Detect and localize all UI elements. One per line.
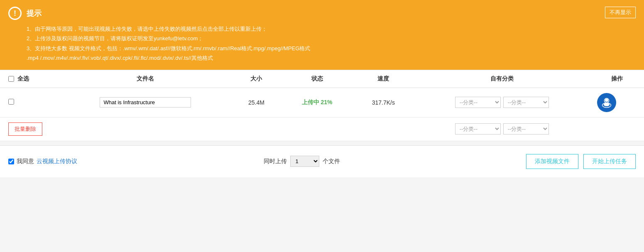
empty-cells [232, 117, 414, 141]
notice-line-4: .mp4 /.mov/.m4v/.mkv/.flv/.vob/.qt/.divx… [27, 53, 636, 63]
column-category: 自有分类 [413, 70, 590, 88]
footer-bar: 我同意 云视频上传协议 同时上传 1 个文件 添加视频文件 开始上传任务 [0, 145, 644, 177]
batch-delete-cell: 批量删除 [0, 117, 232, 141]
main-content: 全选 文件名 大小 状态 速度 自有分类 操作 25.4M [0, 70, 644, 141]
column-size: 大小 [232, 70, 281, 88]
agree-text: 我同意 [17, 158, 34, 165]
empty-row: 批量删除 --分类-- --分类-- [0, 117, 644, 141]
dismiss-button[interactable]: 不再显示 [605, 7, 636, 18]
table-row: 25.4M 上传中 21% 317.7K/s --分类-- --分类-- [0, 88, 644, 117]
notice-title: 提示 [27, 8, 42, 18]
concurrent-label: 同时上传 [264, 158, 287, 165]
upload-table: 全选 文件名 大小 状态 速度 自有分类 操作 25.4M [0, 70, 644, 141]
per-file-label: 个文件 [323, 158, 340, 165]
empty-row-category-cell: --分类-- --分类-- [413, 117, 590, 141]
category-select-1[interactable]: --分类-- [455, 97, 501, 108]
column-filename: 文件名 [59, 70, 232, 88]
row-filename-cell [59, 88, 232, 117]
category-select-2[interactable]: --分类-- [503, 97, 549, 108]
row-speed-cell: 317.7K/s [353, 88, 413, 117]
agreement-link[interactable]: 云视频上传协议 [37, 158, 77, 165]
select-all-label: 全选 [17, 75, 29, 83]
footer-right: 添加视频文件 开始上传任务 [526, 154, 636, 169]
agree-checkbox[interactable] [8, 159, 14, 164]
concurrent-select[interactable]: 1 [290, 156, 319, 167]
notice-line-3: 3、支持绝大多数 视频文件格式，包括：.wmv/.wm/.dat/.asf//微… [27, 44, 636, 53]
notice-content: 1、由于网络等原因，可能出现视频上传失败，请选中上传失败的视频然后点击全部上传以… [27, 24, 636, 63]
status-text: 上传中 21% [302, 99, 333, 105]
start-upload-button[interactable]: 开始上传任务 [583, 154, 636, 169]
empty-category-select-2[interactable]: --分类-- [503, 123, 549, 135]
batch-delete-button[interactable]: 批量删除 [8, 122, 42, 136]
add-video-button[interactable]: 添加视频文件 [526, 154, 578, 169]
select-all-checkbox[interactable] [8, 76, 14, 82]
row-action-cell [590, 88, 644, 117]
empty-category-select-1[interactable]: --分类-- [455, 123, 501, 135]
notice-icon: ! [8, 7, 22, 20]
notice-banner: ! 提示 1、由于网络等原因，可能出现视频上传失败，请选中上传失败的视频然后点击… [0, 0, 644, 70]
footer-center: 同时上传 1 个文件 [77, 156, 526, 167]
notice-line-2: 2、上传涉及版权问题的视频节目，请将版权证明发至yunkefu@letv.com… [27, 34, 636, 43]
notice-line-1: 1、由于网络等原因，可能出现视频上传失败，请选中上传失败的视频然后点击全部上传以… [27, 24, 636, 34]
empty-action-cell [590, 117, 644, 141]
row-checkbox-cell [0, 88, 59, 117]
svg-point-5 [604, 103, 610, 106]
column-status: 状态 [281, 70, 353, 88]
column-speed: 速度 [353, 70, 413, 88]
row-category-cell: --分类-- --分类-- [413, 88, 590, 117]
column-select: 全选 [0, 70, 59, 88]
row-status-cell: 上传中 21% [281, 88, 353, 117]
filename-input[interactable] [100, 97, 191, 108]
row-size-cell: 25.4M [232, 88, 281, 117]
column-action: 操作 [590, 70, 644, 88]
footer-left: 我同意 云视频上传协议 [8, 158, 77, 165]
svg-point-4 [605, 98, 608, 102]
action-button[interactable] [597, 93, 616, 112]
row-checkbox[interactable] [8, 99, 14, 105]
